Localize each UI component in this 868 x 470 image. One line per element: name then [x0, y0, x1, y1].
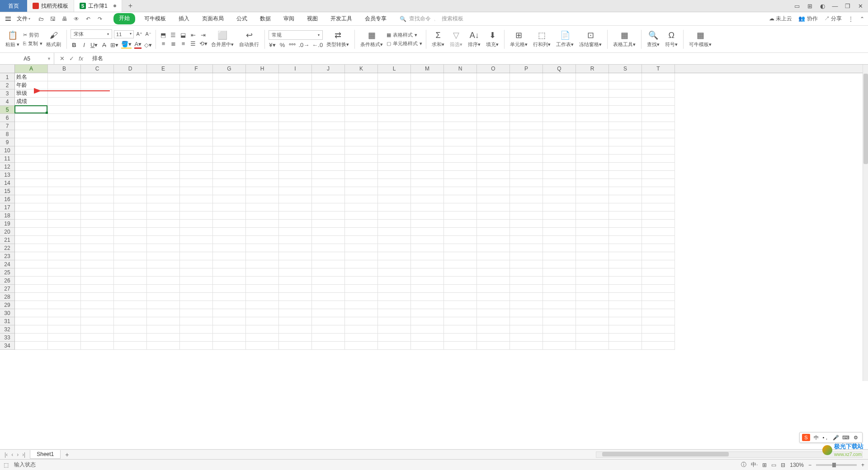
cell[interactable] — [345, 236, 378, 244]
col-header-H[interactable]: H — [246, 65, 279, 73]
cell[interactable] — [345, 122, 378, 130]
cell[interactable] — [345, 260, 378, 268]
cell[interactable] — [81, 122, 114, 130]
cell[interactable] — [444, 228, 477, 236]
cell[interactable] — [576, 130, 609, 138]
row-header-10[interactable]: 10 — [0, 146, 14, 155]
cell[interactable] — [345, 171, 378, 179]
sum-button[interactable]: Σ求和▾ — [430, 31, 446, 48]
fill-color-button[interactable]: 🪣▾ — [121, 41, 132, 49]
row-header-4[interactable]: 4 — [0, 98, 14, 106]
cell[interactable] — [378, 203, 411, 212]
cell[interactable] — [642, 155, 675, 163]
cell[interactable] — [477, 187, 510, 195]
col-header-T[interactable]: T — [642, 65, 675, 73]
cell[interactable] — [345, 342, 378, 350]
cell[interactable] — [411, 98, 444, 106]
cell[interactable] — [114, 220, 147, 228]
cell[interactable] — [510, 171, 543, 179]
cell[interactable] — [279, 171, 312, 179]
row-header-26[interactable]: 26 — [0, 277, 14, 285]
cell[interactable] — [477, 203, 510, 212]
cell[interactable] — [246, 130, 279, 138]
cell[interactable] — [411, 114, 444, 122]
cell[interactable] — [609, 171, 642, 179]
cell[interactable] — [15, 187, 48, 195]
cell[interactable] — [312, 163, 345, 171]
cell[interactable] — [543, 106, 576, 114]
cell[interactable] — [246, 155, 279, 163]
coop-button[interactable]: 👥 协作 — [798, 15, 817, 23]
cell[interactable] — [312, 81, 345, 89]
cell[interactable] — [477, 195, 510, 203]
cell[interactable] — [642, 98, 675, 106]
tab-member[interactable]: 会员专享 — [361, 13, 390, 24]
cell[interactable] — [312, 236, 345, 244]
cell[interactable] — [279, 325, 312, 334]
cell[interactable] — [642, 268, 675, 277]
cell[interactable] — [345, 203, 378, 212]
cell[interactable] — [15, 277, 48, 285]
cell[interactable] — [543, 130, 576, 138]
cell[interactable] — [510, 277, 543, 285]
freeze-button[interactable]: ⊡冻结窗格▾ — [577, 30, 604, 48]
cell[interactable] — [510, 179, 543, 187]
row-header-2[interactable]: 2 — [0, 81, 14, 89]
cell[interactable] — [444, 163, 477, 171]
cell[interactable] — [576, 106, 609, 114]
fill-button[interactable]: ⬇填充▾ — [484, 30, 500, 48]
cell[interactable] — [477, 138, 510, 146]
cell[interactable] — [510, 212, 543, 220]
cell[interactable] — [312, 73, 345, 81]
collapse-ribbon-icon[interactable]: ⌃ — [860, 16, 864, 22]
cell[interactable] — [180, 252, 213, 260]
cell[interactable] — [279, 301, 312, 309]
cell[interactable] — [114, 187, 147, 195]
cell[interactable] — [576, 236, 609, 244]
cell[interactable] — [213, 73, 246, 81]
font-size-select[interactable]: 11▾ — [114, 30, 134, 38]
cell[interactable] — [543, 252, 576, 260]
cell[interactable] — [180, 163, 213, 171]
tab-start[interactable]: 开始 — [113, 13, 135, 24]
cell[interactable] — [411, 187, 444, 195]
cell[interactable] — [114, 203, 147, 212]
cell[interactable] — [378, 179, 411, 187]
cell[interactable] — [609, 277, 642, 285]
cell[interactable] — [279, 146, 312, 155]
cell[interactable] — [345, 325, 378, 334]
cell[interactable] — [411, 268, 444, 277]
cell[interactable] — [147, 293, 180, 301]
cell[interactable] — [543, 203, 576, 212]
row-header-30[interactable]: 30 — [0, 309, 14, 317]
cell[interactable] — [246, 342, 279, 350]
cell[interactable] — [477, 73, 510, 81]
col-header-A[interactable]: A — [15, 65, 48, 73]
cell[interactable] — [246, 325, 279, 334]
cell[interactable] — [114, 179, 147, 187]
select-all-corner[interactable] — [0, 65, 15, 73]
row-header-9[interactable]: 9 — [0, 138, 14, 146]
cell[interactable] — [312, 293, 345, 301]
tab-template[interactable]: 找稻壳模板 — [27, 0, 74, 12]
cell[interactable] — [411, 195, 444, 203]
cell[interactable] — [48, 260, 81, 268]
minimize-button[interactable]: — — [831, 2, 839, 10]
cell[interactable] — [81, 130, 114, 138]
cell[interactable] — [48, 220, 81, 228]
cell[interactable] — [15, 342, 48, 350]
cell[interactable] — [642, 220, 675, 228]
cell[interactable] — [609, 309, 642, 317]
cell[interactable] — [180, 130, 213, 138]
cell[interactable] — [609, 114, 642, 122]
cell[interactable] — [411, 138, 444, 146]
cell[interactable] — [147, 122, 180, 130]
cell[interactable] — [609, 285, 642, 293]
cell[interactable] — [15, 114, 48, 122]
cell[interactable] — [411, 212, 444, 220]
cell[interactable] — [543, 171, 576, 179]
col-header-E[interactable]: E — [147, 65, 180, 73]
cell[interactable] — [81, 187, 114, 195]
cell[interactable] — [444, 171, 477, 179]
cell[interactable] — [147, 171, 180, 179]
